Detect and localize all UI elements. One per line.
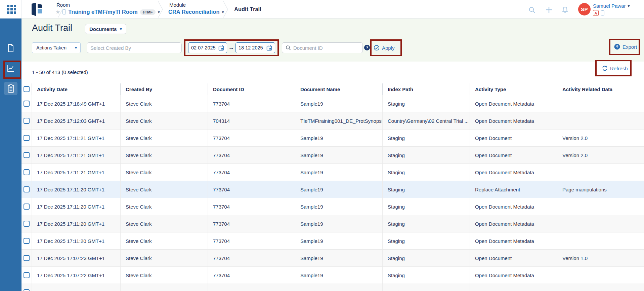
column-header-document-name[interactable]: Document Name [295, 83, 382, 95]
cell-activity-type: Open Document [470, 250, 557, 266]
row-checkbox[interactable] [24, 272, 30, 278]
calendar-icon[interactable] [218, 45, 224, 51]
column-header-activity-date[interactable]: Activity Date [32, 83, 120, 95]
row-checkbox[interactable] [24, 204, 30, 210]
table-row[interactable]: 17 Dec 2025 17:07:23 GMT+1Steve Clark773… [22, 250, 644, 267]
table-row[interactable]: 17 Dec 2025 17:11:21 GMT+1Steve Clark773… [22, 130, 644, 147]
row-checkbox[interactable] [24, 118, 30, 124]
cell-related-data: Version 2.0 [557, 147, 644, 163]
table-row[interactable]: 17 Dec 2025 17:11:20 GMT+1Steve Clark773… [22, 232, 644, 250]
cell-created-by: Steve Clark [120, 232, 208, 249]
cell-index-path: Staging [382, 215, 470, 232]
table-row[interactable]: 17 Dec 2025 17:12:03 GMT+1Steve Clark704… [22, 112, 644, 130]
cell-created-by: Steve Clark [120, 198, 208, 215]
date-from-field [188, 42, 227, 53]
select-all-checkbox[interactable] [24, 86, 30, 92]
table-row[interactable]: 17 Dec 2025 17:11:21 GMT+1Steve Clark773… [22, 164, 644, 181]
row-select-cell [22, 284, 32, 291]
cell-activity-type: Open Document Metadata [470, 164, 557, 181]
sidebar-item-reports[interactable] [4, 62, 17, 75]
cell-related-data [557, 95, 644, 112]
table-row[interactable]: 17 Dec 2025 17:07:22 GMT+1Steve Clark773… [22, 267, 644, 284]
table-row[interactable]: 17 Dec 2025 17:11:20 GMT+1Steve Clark773… [22, 215, 644, 232]
result-count: 1 - 50 of 413 (0 selected) [32, 69, 88, 75]
row-checkbox[interactable] [24, 289, 30, 291]
row-checkbox[interactable] [24, 152, 30, 158]
cell-created-by: Steve Clark [120, 284, 208, 291]
cell-date: 17 Dec 2025 17:11:21 GMT+1 [32, 147, 120, 163]
cell-doc-id: 773704 [208, 232, 295, 249]
module-name-link[interactable]: CRA Reconciliation [168, 9, 220, 15]
created-by-input[interactable] [90, 45, 178, 51]
export-button[interactable]: Export [614, 41, 637, 52]
avatar[interactable]: SP [578, 3, 591, 15]
favorite-star-icon[interactable]: ★ [55, 9, 60, 15]
cell-activity-type: Open Document [470, 284, 557, 291]
row-select-cell [22, 147, 32, 163]
row-checkbox[interactable] [24, 135, 30, 141]
row-checkbox[interactable] [24, 238, 30, 244]
column-header-activity-type[interactable]: Activity Type [470, 83, 557, 95]
cell-related-data: Version 1.0 [557, 284, 644, 291]
row-checkbox[interactable] [24, 169, 30, 175]
help-icon[interactable]: ? [364, 45, 370, 50]
column-header-index-path[interactable]: Index Path [382, 83, 470, 95]
cell-doc-id: 773704 [208, 147, 295, 163]
user-name: Samuel Pawar [593, 3, 626, 9]
row-checkbox[interactable] [24, 221, 30, 227]
calendar-icon[interactable] [266, 45, 272, 51]
date-from-input[interactable] [191, 45, 217, 50]
room-name-link[interactable]: Training eTMF/myTI Room [68, 9, 137, 15]
table-row[interactable]: 17 Dec 2025 17:07:14 GMT+1Steve Clark773… [22, 284, 644, 291]
actions-taken-select[interactable]: Actions Taken ▾ [32, 42, 81, 53]
refresh-button[interactable]: Refresh [602, 65, 628, 72]
row-checkbox[interactable] [24, 186, 30, 192]
cell-date: 17 Dec 2025 17:07:23 GMT+1 [32, 250, 120, 266]
apply-check-icon [374, 45, 380, 51]
notifications-button[interactable] [561, 6, 569, 14]
column-header-document-id[interactable]: Document ID [208, 83, 295, 95]
search-button[interactable] [528, 6, 536, 14]
sidebar-item-documents[interactable] [4, 41, 17, 55]
mobile-icon [601, 10, 604, 15]
room-dropdown-caret[interactable]: ▾ [158, 10, 160, 14]
refresh-icon [602, 65, 608, 71]
module-dropdown-caret[interactable]: ▾ [222, 10, 224, 14]
cell-doc-id: 773704 [208, 164, 295, 181]
clipboard-icon [7, 84, 14, 93]
cell-index-path: Staging [382, 95, 470, 112]
admin-badge: A [593, 10, 599, 16]
scope-selector[interactable]: Documents ▾ [85, 24, 126, 34]
cell-index-path: Staging [382, 147, 470, 163]
cell-related-data [557, 267, 644, 284]
export-label: Export [622, 44, 637, 50]
brand-logo[interactable] [30, 2, 43, 18]
column-header-activity-related-data[interactable]: Activity Related Data [557, 83, 644, 95]
table-row[interactable]: 17 Dec 2025 17:18:49 GMT+1Steve Clark773… [22, 95, 644, 112]
cell-doc-id: 773704 [208, 250, 295, 266]
user-menu[interactable]: Samuel Pawar ▾ [593, 3, 630, 9]
date-to-input[interactable] [239, 45, 265, 50]
row-select-cell [22, 232, 32, 249]
document-icon [7, 44, 14, 52]
room-type-badge: eTMF [140, 9, 156, 15]
cell-related-data [557, 215, 644, 232]
table-row[interactable]: 17 Dec 2025 17:11:20 GMT+1Steve Clark773… [22, 181, 644, 198]
cell-activity-type: Open Document [470, 130, 557, 146]
row-checkbox[interactable] [24, 255, 30, 261]
sidebar-item-audit-trail[interactable] [4, 82, 17, 95]
top-bar: Room ★ Training eTMF/myTI Room eTMF ▾ Mo… [0, 0, 644, 19]
cell-doc-id: 773704 [208, 215, 295, 232]
cell-created-by: Steve Clark [120, 164, 208, 181]
table-row[interactable]: 17 Dec 2025 17:11:20 GMT+1Steve Clark773… [22, 198, 644, 215]
row-checkbox[interactable] [24, 101, 30, 107]
cell-created-by: Steve Clark [120, 147, 208, 163]
document-id-input[interactable] [293, 45, 359, 51]
cell-doc-name: Sample19 [295, 267, 382, 284]
app-launcher-button[interactable] [7, 5, 16, 15]
add-button[interactable] [545, 6, 553, 14]
column-header-created-by[interactable]: Created By [120, 83, 208, 95]
apply-button[interactable]: Apply [374, 42, 395, 53]
user-block: Samuel Pawar ▾ A [593, 3, 630, 16]
table-row[interactable]: 17 Dec 2025 17:11:21 GMT+1Steve Clark773… [22, 147, 644, 164]
